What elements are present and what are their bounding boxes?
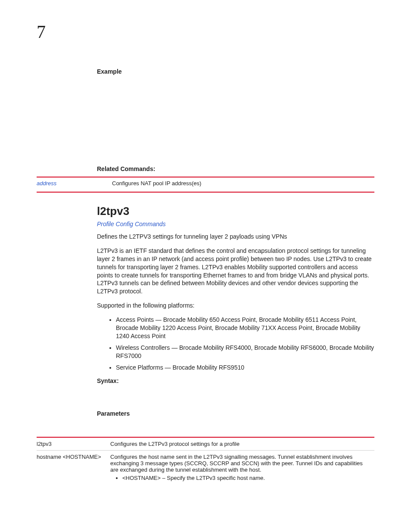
related-command-link[interactable]: address xyxy=(37,177,112,189)
parameters-heading: Parameters xyxy=(97,410,374,417)
spacer xyxy=(37,421,374,434)
related-command-desc: Configures NAT pool IP address(es) xyxy=(112,177,374,189)
section-title: l2tpv3 xyxy=(97,205,374,218)
list-item: <HOSTNAME> – Specify the L2TPv3 specific… xyxy=(122,475,372,481)
param-key: hostname <HOSTNAME> xyxy=(37,451,110,484)
chapter-number: 7 xyxy=(37,22,374,42)
param-desc: Configures the L2TPv3 protocol settings … xyxy=(110,438,374,450)
related-commands-table: address Configures NAT pool IP address(e… xyxy=(37,177,374,189)
list-item: Access Points — Brocade Mobility 650 Acc… xyxy=(116,316,374,340)
syntax-placeholder xyxy=(97,389,374,410)
example-placeholder xyxy=(97,79,374,165)
list-item: Service Platforms — Brocade Mobility RFS… xyxy=(116,364,374,372)
related-row: address Configures NAT pool IP address(e… xyxy=(37,177,374,189)
param-desc: Configures the host name sent in the L2T… xyxy=(110,454,363,473)
table-row: hostname <HOSTNAME> Configures the host … xyxy=(37,451,374,484)
example-heading: Example xyxy=(97,68,374,75)
platforms-list: Access Points — Brocade Mobility 650 Acc… xyxy=(97,316,374,371)
table-bottom-rule xyxy=(37,192,374,193)
content-column: l2tpv3 Profile Config Commands Defines t… xyxy=(97,205,374,417)
parameters-table: l2tpv3 Configures the L2TPv3 protocol se… xyxy=(37,438,374,484)
content-column: Example Related Commands: xyxy=(97,68,374,172)
body-text: Defines the L2TPV3 settings for tunnelin… xyxy=(97,233,374,241)
list-item: Wireless Controllers — Brocade Mobility … xyxy=(116,344,374,360)
related-commands-heading: Related Commands: xyxy=(97,165,374,172)
param-key: l2tpv3 xyxy=(37,438,110,450)
param-sublist: <HOSTNAME> – Specify the L2TPv3 specific… xyxy=(110,475,372,481)
profile-config-link[interactable]: Profile Config Commands xyxy=(97,221,374,227)
table-row: l2tpv3 Configures the L2TPv3 protocol se… xyxy=(37,438,374,450)
param-desc-cell: Configures the host name sent in the L2T… xyxy=(110,451,374,484)
body-text: L2TPv3 is an IETF standard that defines … xyxy=(97,247,374,296)
syntax-heading: Syntax: xyxy=(97,377,374,384)
page: 7 Example Related Commands: address Conf… xyxy=(0,0,411,519)
body-text: Supported in the following platforms: xyxy=(97,302,374,310)
